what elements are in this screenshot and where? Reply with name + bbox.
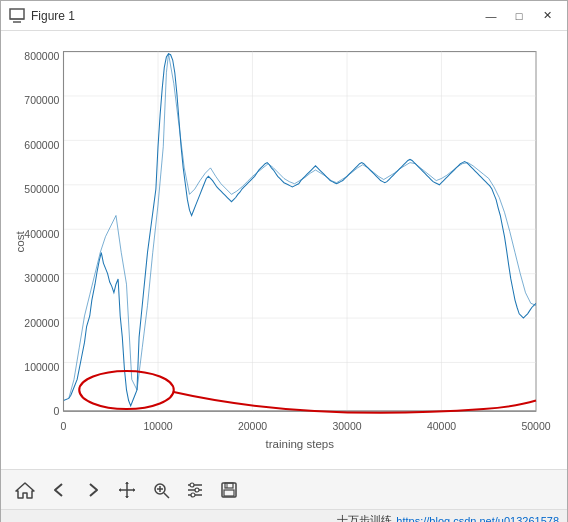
svg-text:10000: 10000 — [143, 420, 172, 432]
main-window: Figure 1 — □ ✕ — [0, 0, 568, 522]
chart-svg: 0 100000 200000 300000 400000 500000 600… — [11, 41, 557, 464]
svg-rect-48 — [224, 490, 234, 496]
save-button[interactable] — [213, 475, 245, 505]
home-button[interactable] — [9, 475, 41, 505]
status-link[interactable]: https://blog.csdn.net/u013261578 — [396, 515, 559, 523]
svg-text:300000: 300000 — [24, 272, 59, 284]
zoom-button[interactable] — [145, 475, 177, 505]
x-axis-label: training steps — [265, 438, 334, 450]
svg-text:600000: 600000 — [24, 139, 59, 151]
svg-text:30000: 30000 — [332, 420, 361, 432]
svg-text:50000: 50000 — [521, 420, 550, 432]
svg-text:40000: 40000 — [427, 420, 456, 432]
title-bar-controls: — □ ✕ — [479, 6, 559, 26]
chart-container: 0 100000 200000 300000 400000 500000 600… — [1, 31, 567, 469]
settings-button[interactable] — [179, 475, 211, 505]
save-icon — [219, 480, 239, 500]
svg-point-44 — [195, 488, 199, 492]
svg-text:200000: 200000 — [24, 316, 59, 328]
home-icon — [15, 480, 35, 500]
svg-text:700000: 700000 — [24, 94, 59, 106]
svg-marker-33 — [16, 483, 34, 498]
pan-icon — [117, 480, 137, 500]
svg-text:0: 0 — [53, 405, 59, 417]
toolbar — [1, 469, 567, 509]
pan-button[interactable] — [111, 475, 143, 505]
zoom-icon — [151, 480, 171, 500]
window-title: Figure 1 — [31, 9, 75, 23]
window-icon — [9, 8, 25, 24]
svg-text:800000: 800000 — [24, 50, 59, 62]
minimize-button[interactable]: — — [479, 6, 503, 26]
title-bar-left: Figure 1 — [9, 8, 75, 24]
svg-text:20000: 20000 — [238, 420, 267, 432]
status-label: 十万步训练 — [337, 513, 392, 522]
back-button[interactable] — [43, 475, 75, 505]
close-button[interactable]: ✕ — [535, 6, 559, 26]
title-bar: Figure 1 — □ ✕ — [1, 1, 567, 31]
svg-point-43 — [190, 483, 194, 487]
svg-line-37 — [164, 493, 169, 498]
svg-text:500000: 500000 — [24, 183, 59, 195]
settings-icon — [185, 480, 205, 500]
status-bar: 十万步训练 https://blog.csdn.net/u013261578 — [1, 509, 567, 522]
svg-rect-0 — [10, 9, 24, 19]
back-icon — [49, 480, 69, 500]
svg-rect-2 — [64, 52, 537, 412]
svg-text:0: 0 — [61, 420, 67, 432]
forward-button[interactable] — [77, 475, 109, 505]
forward-icon — [83, 480, 103, 500]
maximize-button[interactable]: □ — [507, 6, 531, 26]
svg-point-45 — [191, 493, 195, 497]
svg-text:100000: 100000 — [24, 361, 59, 373]
y-axis-label: cost — [14, 230, 26, 252]
svg-text:400000: 400000 — [24, 228, 59, 240]
